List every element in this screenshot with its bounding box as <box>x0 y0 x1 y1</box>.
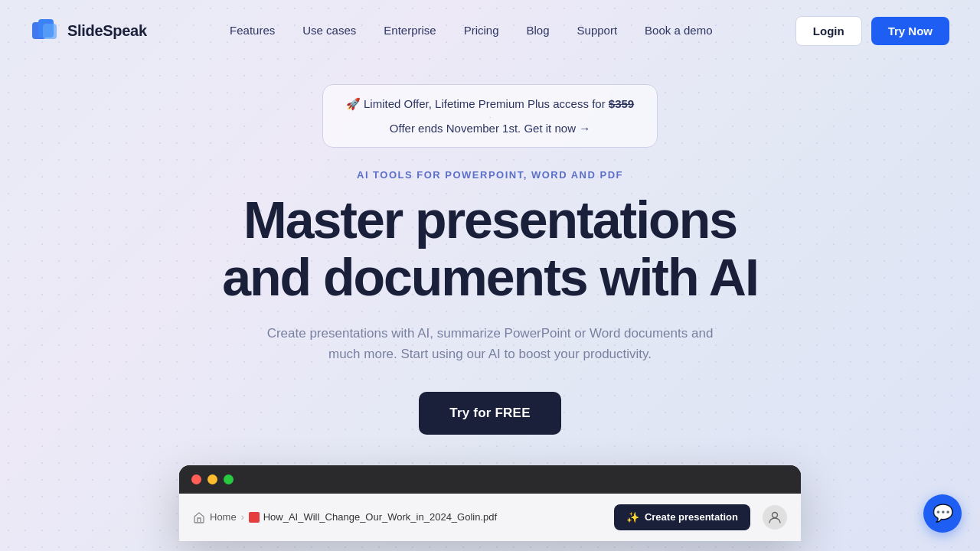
nav-blog[interactable]: Blog <box>527 24 550 37</box>
brand-logo[interactable]: SlideSpeak <box>31 16 147 45</box>
try-now-button[interactable]: Try Now <box>871 17 949 45</box>
sparkle-icon: ✨ <box>626 511 639 523</box>
pdf-file-icon <box>249 512 260 523</box>
app-toolbar: Home › How_AI_Will_Change_Our_Work_in_20… <box>179 494 801 541</box>
offer-price: $359 <box>609 97 634 110</box>
offer-line2: Offer ends November 1st. Get it now → <box>346 122 634 135</box>
hero-heading: Master presentations and documents with … <box>199 191 781 306</box>
hero-subtitle-tag: AI TOOLS FOR POWERPOINT, WORD AND PDF <box>357 169 623 181</box>
svg-rect-2 <box>43 24 57 39</box>
chat-support-button[interactable]: 💬 <box>923 494 962 533</box>
nav-use-cases[interactable]: Use cases <box>302 24 356 37</box>
app-titlebar <box>179 465 801 494</box>
offer-line1: 🚀 Limited Offer, Lifetime Premium Plus a… <box>346 97 634 111</box>
svg-point-3 <box>773 512 778 517</box>
nav-actions: Login Try Now <box>795 16 949 46</box>
nav-book-demo[interactable]: Book a demo <box>645 24 712 37</box>
hero-description: Create presentations with AI, summarize … <box>260 323 720 364</box>
offer-dot: . <box>346 114 634 119</box>
window-maximize-dot <box>224 474 234 484</box>
main-content: 🚀 Limited Offer, Lifetime Premium Plus a… <box>0 61 980 541</box>
offer-banner[interactable]: 🚀 Limited Offer, Lifetime Premium Plus a… <box>322 84 658 148</box>
breadcrumb-home-label: Home <box>210 511 237 523</box>
cta-button[interactable]: Try for FREE <box>419 392 560 435</box>
breadcrumb-chevron: › <box>241 512 244 523</box>
user-icon <box>768 510 782 524</box>
breadcrumb-filename: How_AI_Will_Change_Our_Work_in_2024_Goli… <box>263 511 497 523</box>
nav-links: Features Use cases Enterprise Pricing Bl… <box>230 24 712 37</box>
nav-pricing[interactable]: Pricing <box>464 24 499 37</box>
app-preview: Home › How_AI_Will_Change_Our_Work_in_20… <box>179 465 801 541</box>
nav-features[interactable]: Features <box>230 24 275 37</box>
user-account-button[interactable] <box>763 505 787 530</box>
chat-icon: 💬 <box>933 504 953 523</box>
window-close-dot <box>191 474 201 484</box>
brand-name: SlideSpeak <box>67 22 147 40</box>
window-minimize-dot <box>207 474 217 484</box>
logo-icon <box>31 16 60 45</box>
navbar: SlideSpeak Features Use cases Enterprise… <box>0 0 980 61</box>
nav-enterprise[interactable]: Enterprise <box>384 24 436 37</box>
breadcrumb-file: How_AI_Will_Change_Our_Work_in_2024_Goli… <box>249 511 497 523</box>
breadcrumb: Home › How_AI_Will_Change_Our_Work_in_20… <box>193 511 497 523</box>
nav-support[interactable]: Support <box>577 24 618 37</box>
create-presentation-button[interactable]: ✨ Create presentation <box>614 504 750 530</box>
login-button[interactable]: Login <box>795 16 862 46</box>
home-icon <box>193 511 205 523</box>
